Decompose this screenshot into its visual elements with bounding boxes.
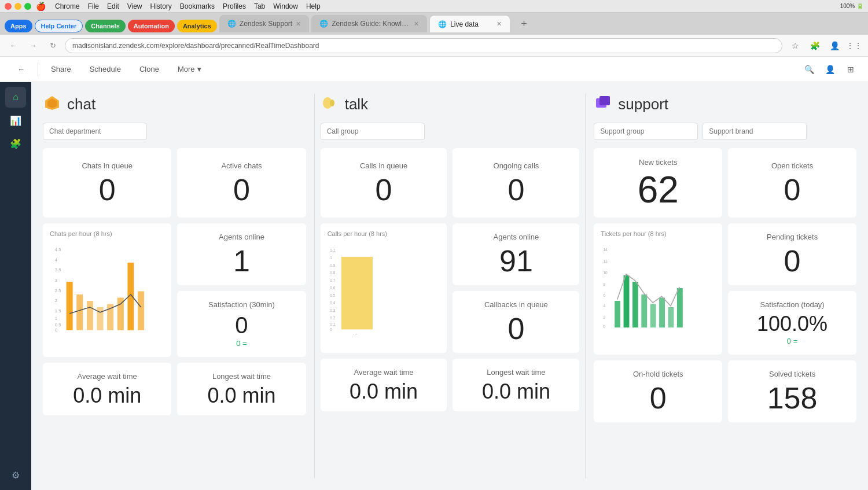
- bookmark-icon[interactable]: ☆: [787, 38, 803, 54]
- mac-menu-chrome[interactable]: Chrome: [55, 2, 80, 10]
- svg-text:1.5: 1.5: [55, 308, 61, 314]
- talk-avg-wait-label: Average wait time: [354, 368, 414, 377]
- mac-menu-tab[interactable]: Tab: [254, 2, 265, 10]
- support-brand-input[interactable]: [703, 123, 807, 140]
- chat-header: chat: [43, 94, 306, 115]
- more-button[interactable]: More ▾: [170, 61, 209, 78]
- svg-text:4: 4: [55, 257, 58, 263]
- mac-menu-edit[interactable]: Edit: [107, 2, 119, 10]
- sidebar-settings-icon[interactable]: ⚙: [5, 465, 26, 485]
- svg-rect-12: [67, 282, 73, 330]
- svg-text:2.5: 2.5: [55, 288, 61, 293]
- sidebar-chart-icon[interactable]: 📊: [5, 110, 26, 131]
- tab-zendesk-guide[interactable]: 🌐 Zendesk Guide: Knowledge B... ✕: [311, 15, 427, 32]
- tab-close-live-data[interactable]: ✕: [496, 20, 502, 28]
- mac-menu-window[interactable]: Window: [273, 2, 298, 10]
- chat-satisfaction-sub: 0 =: [236, 339, 247, 348]
- svg-text:0.6: 0.6: [330, 286, 335, 290]
- tab-automation[interactable]: Automation: [128, 20, 175, 32]
- minimize-window-button[interactable]: [14, 3, 21, 10]
- mac-status-bar: 100% 🔋: [840, 3, 863, 9]
- chats-in-queue-value: 0: [99, 175, 116, 205]
- support-header: support: [594, 94, 856, 115]
- url-input[interactable]: madisonisland.zendesk.com/explore/dashbo…: [65, 38, 782, 53]
- mac-menu-profiles[interactable]: Profiles: [223, 2, 246, 10]
- svg-text:0.8: 0.8: [330, 271, 335, 275]
- pending-tickets-value: 0: [784, 246, 801, 276]
- mac-menu-view[interactable]: View: [127, 2, 142, 10]
- mac-menu-file[interactable]: File: [88, 2, 99, 10]
- chevron-down-icon: ▾: [197, 65, 201, 73]
- open-tickets-card: Open tickets 0: [728, 148, 856, 218]
- support-logo: [594, 94, 612, 115]
- tab-zendesk-support[interactable]: 🌐 Zendesk Support ✕: [219, 15, 309, 32]
- search-icon[interactable]: 🔍: [801, 61, 817, 78]
- tab-close-zendesk-guide[interactable]: ✕: [414, 20, 419, 28]
- support-satisfaction-value: 100.0%: [757, 314, 827, 334]
- svg-text:0.5: 0.5: [55, 322, 61, 327]
- chat-satisfaction-card: Satisfaction (30min) 0 0 =: [177, 291, 306, 357]
- active-chats-label: Active chats: [221, 161, 262, 170]
- chat-longest-wait-card: Longest wait time 0.0 min: [177, 363, 306, 415]
- tab-live-data[interactable]: 🌐 Live data ✕: [429, 15, 510, 32]
- close-window-button[interactable]: [5, 3, 12, 10]
- chat-title: chat: [67, 95, 95, 113]
- forward-button[interactable]: →: [25, 38, 41, 53]
- extensions-icon[interactable]: 🧩: [807, 38, 823, 54]
- tab-analytics[interactable]: Analytics: [177, 20, 217, 32]
- calls-chart-title: Calls per hour (8 hrs): [328, 230, 387, 237]
- sidebar-puzzle-icon[interactable]: 🧩: [5, 133, 26, 154]
- share-button[interactable]: Share: [43, 61, 79, 78]
- mac-menu-help[interactable]: Help: [306, 2, 321, 10]
- back-nav-button[interactable]: ←: [9, 61, 33, 78]
- support-satisfaction-sub: 0 =: [787, 337, 797, 345]
- svg-text:4: 4: [604, 304, 606, 308]
- svg-rect-61: [677, 288, 683, 327]
- sidebar: ⌂ 📊 🧩 ⚙: [0, 82, 31, 490]
- talk-longest-wait-card: Longest wait time 0.0 min: [453, 359, 579, 411]
- tickets-per-hour-card: Tickets per hour (8 hrs) 14 12 10 8 6 4 …: [594, 223, 722, 355]
- chats-chart: 4.5 4 3.5 3 2.5 2 1.5 1 0.5 0: [50, 242, 164, 334]
- chat-longest-wait-value: 0.0 min: [207, 385, 275, 406]
- support-group-input[interactable]: [594, 123, 698, 140]
- ongoing-calls-label: Ongoing calls: [494, 161, 539, 170]
- mac-menu-history[interactable]: History: [150, 2, 172, 10]
- svg-text:15: 15: [65, 334, 70, 334]
- chat-satisfaction-label: Satisfaction (30min): [208, 300, 275, 309]
- new-tickets-card: New tickets 62: [594, 148, 722, 218]
- reload-button[interactable]: ↻: [45, 38, 60, 53]
- grid-layout-icon[interactable]: ⊞: [843, 61, 859, 78]
- traffic-lights[interactable]: [5, 3, 31, 10]
- talk-agents-online-label: Agents online: [494, 233, 539, 241]
- maximize-window-button[interactable]: [24, 3, 31, 10]
- grid-icon[interactable]: ⋮⋮: [846, 38, 862, 54]
- calls-per-hour-card: Calls per hour (8 hrs) 1.1 1 0.9 0.8 0.7…: [321, 223, 447, 353]
- talk-longest-wait-label: Longest wait time: [487, 368, 545, 377]
- chats-per-hour-card: Chats per hour (8 hrs) 4.5 4 3.5 3 2.5 2…: [43, 223, 171, 357]
- toolbar-right-actions: 🔍 👤 ⊞: [801, 61, 859, 78]
- sidebar-home-icon[interactable]: ⌂: [5, 87, 26, 108]
- tab-close-zendesk-support[interactable]: ✕: [296, 20, 301, 28]
- chat-department-input[interactable]: [43, 123, 147, 140]
- svg-rect-42: [341, 257, 372, 330]
- profile-icon[interactable]: 👤: [826, 38, 843, 54]
- call-group-input[interactable]: [321, 123, 425, 140]
- talk-avg-wait-value: 0.0 min: [350, 381, 418, 402]
- apple-logo-icon: 🍎: [36, 2, 46, 11]
- tab-apps[interactable]: Apps: [5, 20, 32, 32]
- user-icon[interactable]: 👤: [822, 61, 838, 78]
- svg-rect-14: [87, 301, 93, 330]
- back-button[interactable]: ←: [6, 38, 21, 53]
- solved-tickets-value: 158: [767, 383, 818, 413]
- dashboard-content: chat Chats in queue 0 Active chats 0: [31, 82, 868, 490]
- tab-channels[interactable]: Channels: [85, 20, 126, 32]
- schedule-button[interactable]: Schedule: [82, 61, 129, 78]
- tab-help-center[interactable]: Help Center: [35, 20, 83, 32]
- talk-title: talk: [345, 95, 368, 113]
- talk-section: talk Calls in queue 0 Ongoing calls 0: [314, 94, 586, 478]
- chats-in-queue-card: Chats in queue 0: [43, 148, 171, 218]
- new-tab-button[interactable]: +: [513, 15, 530, 32]
- svg-text:0: 0: [604, 325, 606, 329]
- mac-menu-bookmarks[interactable]: Bookmarks: [180, 2, 215, 10]
- clone-button[interactable]: Clone: [131, 61, 167, 78]
